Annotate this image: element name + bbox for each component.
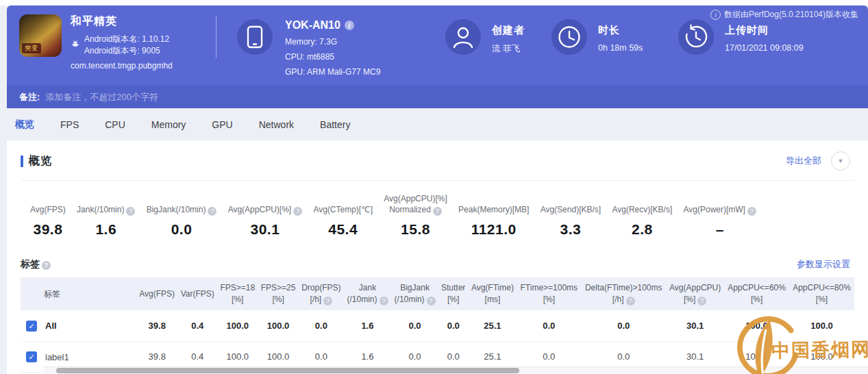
labels-section-header: 标签 ? 参数显示设置 bbox=[21, 258, 854, 271]
stat-value: 30.1 bbox=[228, 221, 302, 238]
cell: 100.0 bbox=[217, 310, 258, 341]
section-divider bbox=[21, 180, 854, 181]
creator-label: 创建者 bbox=[492, 24, 525, 37]
device-info-icon[interactable]: i bbox=[345, 21, 354, 30]
device-block: YOK-AN10 i Memory: 7.3G CPU: mt6885 GPU:… bbox=[237, 19, 380, 79]
android-icon bbox=[71, 39, 80, 51]
stat-label-line: Peak(Memory)[MB] bbox=[458, 204, 529, 215]
help-icon[interactable]: ? bbox=[427, 297, 436, 306]
help-icon[interactable]: ? bbox=[380, 297, 388, 306]
help-icon[interactable]: ? bbox=[126, 207, 135, 216]
tab-memory[interactable]: Memory bbox=[151, 119, 186, 130]
stat-label-line: Jank(/10min)? bbox=[77, 204, 135, 215]
column-header-14: AppCPU<=80%[%] bbox=[789, 277, 854, 310]
stat-avg-ctemp: Avg(CTemp)[℃]45.4 bbox=[313, 193, 373, 238]
column-header-0: 标签 bbox=[21, 277, 136, 310]
tab-overview[interactable]: 概览 bbox=[15, 119, 34, 131]
column-header-12: Avg(AppCPU)[%]? bbox=[666, 277, 724, 310]
help-icon[interactable]: ? bbox=[626, 297, 635, 306]
phone-icon bbox=[237, 19, 273, 55]
row-checkbox[interactable]: ✓ bbox=[26, 321, 37, 332]
stat-peak-memory: Peak(Memory)[MB]1121.0 bbox=[458, 193, 529, 238]
column-header-8: Stutter[%] bbox=[438, 277, 468, 310]
export-all-link[interactable]: 导出全部 bbox=[786, 155, 821, 167]
tab-battery[interactable]: Battery bbox=[320, 119, 350, 130]
stat-jank-10min: Jank(/10min)?1.6 bbox=[77, 193, 135, 238]
display-settings-link[interactable]: 参数显示设置 bbox=[797, 258, 850, 271]
report-header: i 数据由PerfDog(5.0.210104)版本收集 突变 和平精英 bbox=[7, 5, 868, 86]
column-header-4: FPS>=25[%] bbox=[258, 277, 298, 310]
column-header-11: Delta(FTime)>100ms[/h]? bbox=[581, 277, 666, 310]
help-icon[interactable]: ? bbox=[697, 297, 706, 306]
device-gpu: GPU: ARM Mali-G77 MC9 bbox=[285, 64, 380, 79]
tab-gpu[interactable]: GPU bbox=[212, 119, 232, 130]
stat-value: 1121.0 bbox=[458, 221, 529, 238]
device-memory: Memory: 7.3G bbox=[285, 34, 380, 49]
stat-label: Avg(Send)[KB/s] bbox=[541, 193, 602, 215]
column-header-9: Avg(FTime)[ms] bbox=[468, 277, 517, 310]
tab-network[interactable]: Network bbox=[259, 119, 294, 130]
column-header-7: BigJank(/10min)? bbox=[391, 277, 438, 310]
scrollbar-thumb[interactable] bbox=[56, 368, 519, 373]
tab-bar: 概览FPSCPUMemoryGPUNetworkBattery bbox=[7, 108, 868, 140]
row-checkbox[interactable]: ✓ bbox=[26, 351, 37, 362]
labels-title-text: 标签 bbox=[21, 258, 40, 271]
app-package: com.tencent.tmgp.pubgmhd bbox=[71, 61, 173, 71]
info-icon: i bbox=[710, 10, 721, 20]
stat-label-line: Avg(CTemp)[℃] bbox=[313, 204, 373, 215]
labels-help-icon[interactable]: ? bbox=[42, 261, 51, 270]
cell: 100.0 bbox=[258, 310, 298, 341]
stat-label-line: Normalized? bbox=[384, 204, 447, 215]
stat-label: Avg(Power)[mW]? bbox=[684, 193, 756, 215]
column-header-13: AppCPU<=60%[%] bbox=[724, 277, 789, 310]
help-icon[interactable]: ? bbox=[747, 207, 756, 216]
perfdog-report-page: i 数据由PerfDog(5.0.210104)版本收集 突变 和平精英 bbox=[0, 0, 868, 374]
help-icon[interactable]: ? bbox=[293, 207, 302, 216]
help-icon[interactable]: ? bbox=[208, 207, 216, 216]
stat-avg-appcpu-normalized: Avg(AppCPU)[%]Normalized?15.8 bbox=[384, 193, 447, 238]
cell: 0.0 bbox=[299, 310, 344, 341]
stat-value: 2.8 bbox=[612, 221, 672, 238]
cell: 0.4 bbox=[177, 310, 217, 341]
stat-label-line: Avg(Send)[KB/s] bbox=[541, 204, 602, 215]
cell: 0.0 bbox=[391, 310, 438, 341]
note-input[interactable]: 添加备注，不超过200个字符 bbox=[45, 91, 158, 103]
note-bar: 备注: 添加备注，不超过200个字符 bbox=[7, 86, 868, 108]
help-icon[interactable]: ? bbox=[433, 207, 442, 216]
tab-fps[interactable]: FPS bbox=[60, 119, 79, 130]
stat-label: Peak(Memory)[MB] bbox=[458, 193, 529, 215]
app-meta: 和平精英 Android版本名: 1.10.12 Android版 bbox=[71, 14, 173, 71]
stat-avg-send: Avg(Send)[KB/s]3.3 bbox=[541, 193, 602, 238]
tab-cpu[interactable]: CPU bbox=[105, 119, 125, 130]
stat-value: 45.4 bbox=[313, 221, 373, 238]
stat-label-line: BigJank(/10min)? bbox=[147, 204, 217, 215]
column-header-5: Drop(FPS)[/h]? bbox=[299, 277, 344, 310]
stat-value: – bbox=[684, 221, 756, 238]
device-cpu: CPU: mt6885 bbox=[285, 49, 380, 64]
column-header-10: FTime>=100ms[%] bbox=[517, 277, 581, 310]
top-strip bbox=[0, 0, 868, 5]
watermark: 中国香烟网 bbox=[728, 315, 868, 374]
row-name-cell: ✓All bbox=[21, 310, 136, 341]
upload-time-block: 上传时间 17/01/2021 09:08:09 bbox=[678, 19, 804, 55]
stat-value: 39.8 bbox=[30, 221, 66, 238]
stat-label: Jank(/10min)? bbox=[77, 193, 135, 215]
stat-value: 0.0 bbox=[147, 221, 217, 238]
app-icon-badge: 突变 bbox=[22, 43, 41, 53]
stat-label: Avg(AppCPU)[%]? bbox=[228, 193, 302, 215]
section-accent-bar bbox=[21, 155, 23, 167]
creator-block: 创建者 流 菲飞 bbox=[445, 19, 525, 55]
stat-label: Avg(FPS) bbox=[30, 193, 66, 215]
app-name: 和平精英 bbox=[71, 14, 173, 29]
stat-label-line: Avg(FPS) bbox=[30, 204, 66, 215]
export-dropdown-button[interactable]: ▼ bbox=[831, 151, 850, 171]
cell: 1.6 bbox=[344, 310, 391, 341]
row-name: label1 bbox=[45, 352, 69, 362]
user-icon bbox=[445, 19, 481, 55]
cell: 0.0 bbox=[517, 310, 581, 341]
stat-label: BigJank(/10min)? bbox=[147, 193, 217, 215]
help-icon[interactable]: ? bbox=[323, 297, 332, 306]
cell: 0.0 bbox=[438, 310, 468, 341]
duration-value: 0h 18m 59s bbox=[598, 43, 643, 53]
stat-label: Avg(AppCPU)[%]Normalized? bbox=[384, 193, 447, 215]
